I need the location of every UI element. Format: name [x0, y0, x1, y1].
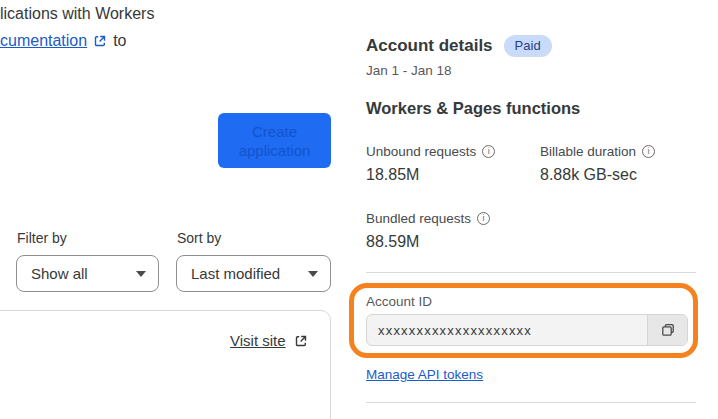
metric-label: Unbound requests — [366, 144, 476, 159]
info-icon[interactable] — [642, 145, 655, 158]
copy-icon — [660, 322, 676, 338]
account-details-header: Account details Paid — [366, 35, 552, 57]
filter-by-label: Filter by — [17, 230, 67, 246]
chevron-down-icon — [136, 271, 146, 277]
create-application-button[interactable]: Create application — [218, 113, 331, 168]
paid-badge: Paid — [504, 35, 552, 57]
account-id-value[interactable]: xxxxxxxxxxxxxxxxxxxx — [367, 315, 647, 345]
intro-line-1: lications with Workers — [0, 0, 154, 27]
chevron-down-icon — [308, 271, 318, 277]
copy-button[interactable] — [647, 315, 687, 345]
metric-billable-duration: Billable duration 8.88k GB-sec — [540, 144, 655, 184]
sort-dropdown[interactable]: Last modified — [176, 255, 331, 292]
visit-site-link[interactable]: Visit site — [230, 332, 286, 349]
metric-bundled-requests: Bundled requests 88.59M — [366, 211, 490, 251]
divider — [366, 272, 696, 273]
workers-pages-section-title: Workers & Pages functions — [366, 99, 580, 118]
metric-value: 88.59M — [366, 233, 490, 251]
filter-dropdown-value: Show all — [31, 265, 88, 282]
account-id-label: Account ID — [366, 294, 432, 309]
intro-text: lications with Workers cumentation to — [0, 0, 154, 54]
intro-line-2-suffix: to — [113, 27, 126, 54]
visit-site: Visit site — [230, 332, 308, 349]
metric-value: 8.88k GB-sec — [540, 166, 655, 184]
external-link-icon — [93, 34, 107, 48]
project-card — [0, 310, 331, 419]
filter-dropdown[interactable]: Show all — [16, 255, 159, 292]
metric-value: 18.85M — [366, 166, 495, 184]
info-icon[interactable] — [477, 212, 490, 225]
info-icon[interactable] — [482, 145, 495, 158]
divider — [366, 402, 696, 403]
sort-dropdown-value: Last modified — [191, 265, 280, 282]
metric-label: Bundled requests — [366, 211, 471, 226]
external-link-icon — [294, 334, 308, 348]
account-id-field[interactable]: xxxxxxxxxxxxxxxxxxxx — [366, 314, 688, 346]
metric-unbound-requests: Unbound requests 18.85M — [366, 144, 495, 184]
account-details-title: Account details — [366, 36, 493, 56]
metric-label: Billable duration — [540, 144, 636, 159]
documentation-link[interactable]: cumentation — [0, 27, 87, 54]
sort-by-label: Sort by — [177, 230, 221, 246]
date-range: Jan 1 - Jan 18 — [366, 63, 452, 78]
manage-api-tokens-link[interactable]: Manage API tokens — [366, 367, 483, 382]
